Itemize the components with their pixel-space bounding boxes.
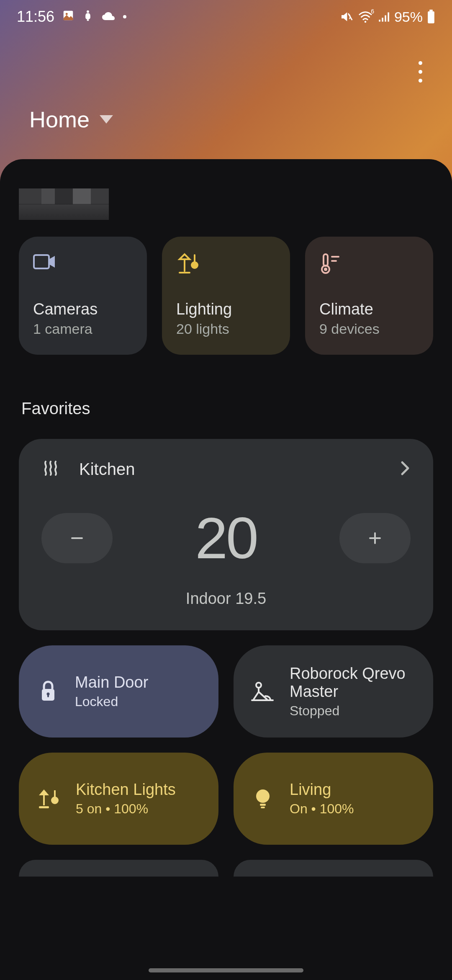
battery-icon <box>427 10 435 24</box>
redacted-label <box>19 188 109 220</box>
app-bar <box>0 34 452 92</box>
svg-rect-36 <box>261 807 265 808</box>
status-right: 6 95% <box>340 9 435 25</box>
camera-icon <box>33 253 133 274</box>
svg-point-32 <box>51 797 59 804</box>
svg-rect-9 <box>388 13 389 22</box>
svg-rect-8 <box>385 15 386 22</box>
more-button[interactable] <box>412 54 429 89</box>
status-time: 11:56 <box>17 8 54 26</box>
peek-row <box>19 860 433 877</box>
nav-indicator[interactable] <box>149 968 303 972</box>
svg-rect-33 <box>54 790 56 797</box>
signal-icon <box>378 11 390 23</box>
category-row: Cameras 1 camera Lighting 20 lights Clim… <box>19 237 433 355</box>
category-title: Climate <box>319 300 419 318</box>
lock-icon <box>36 681 60 702</box>
thermostat-card[interactable]: Kitchen 20 Indoor 19.5 <box>19 439 433 630</box>
svg-rect-27 <box>47 694 49 697</box>
svg-point-1 <box>66 13 68 15</box>
svg-rect-7 <box>382 18 383 21</box>
chevron-down-icon <box>100 115 113 124</box>
thermostat-setpoint: 20 <box>195 504 257 572</box>
lamp-icon <box>36 788 61 810</box>
temp-decrease-button[interactable] <box>41 513 113 563</box>
svg-point-19 <box>324 268 327 271</box>
heat-icon <box>41 459 60 479</box>
device-subtitle: On • 100% <box>290 801 354 817</box>
device-living[interactable]: Living On • 100% <box>234 753 433 845</box>
device-kitchen-lights[interactable]: Kitchen Lights 5 on • 100% <box>19 753 218 845</box>
svg-point-5 <box>365 21 367 23</box>
category-cameras[interactable]: Cameras 1 camera <box>19 237 147 355</box>
device-title: Kitchen Lights <box>76 781 176 799</box>
svg-rect-11 <box>428 11 434 23</box>
main-panel: Cameras 1 camera Lighting 20 lights Clim… <box>0 159 452 980</box>
svg-rect-30 <box>43 795 45 805</box>
category-subtitle: 9 devices <box>319 321 419 337</box>
category-title: Cameras <box>33 300 133 318</box>
temp-increase-button[interactable] <box>339 513 411 563</box>
svg-rect-12 <box>34 255 49 268</box>
thermometer-icon <box>319 253 419 274</box>
svg-rect-31 <box>39 806 49 808</box>
status-left: 11:56 <box>17 8 126 26</box>
mute-icon <box>340 10 353 23</box>
wifi-icon: 6 <box>357 10 373 23</box>
device-peek[interactable] <box>19 860 218 877</box>
device-title: Roborock Qrevo Master <box>290 665 416 701</box>
device-peek[interactable] <box>234 860 433 877</box>
svg-rect-35 <box>260 804 266 806</box>
device-subtitle: Locked <box>75 694 148 709</box>
device-title: Living <box>290 781 354 799</box>
category-lighting[interactable]: Lighting 20 lights <box>162 237 290 355</box>
svg-rect-3 <box>87 19 89 21</box>
svg-point-34 <box>256 789 270 803</box>
home-selector[interactable]: Home <box>0 92 452 147</box>
thermostat-room: Kitchen <box>79 460 135 479</box>
device-main-door[interactable]: Main Door Locked <box>19 645 218 738</box>
gallery-icon <box>62 8 74 26</box>
chevron-right-icon[interactable] <box>400 460 411 478</box>
category-title: Lighting <box>176 300 276 318</box>
activity-icon <box>82 8 94 26</box>
thermostat-indoor: Indoor 19.5 <box>41 590 411 608</box>
category-subtitle: 20 lights <box>176 321 276 337</box>
bulb-icon <box>251 788 275 810</box>
svg-rect-6 <box>379 20 380 22</box>
notification-dot-icon <box>123 15 126 18</box>
device-title: Main Door <box>75 673 148 691</box>
home-title: Home <box>29 106 90 132</box>
device-subtitle: 5 on • 100% <box>76 801 176 817</box>
svg-point-15 <box>191 261 198 269</box>
cloud-icon <box>101 8 116 26</box>
device-roborock[interactable]: Roborock Qrevo Master Stopped <box>234 645 433 738</box>
status-bar: 11:56 6 95% <box>0 0 452 34</box>
svg-rect-10 <box>429 10 433 11</box>
vacuum-icon <box>251 681 275 702</box>
category-climate[interactable]: Climate 9 devices <box>305 237 433 355</box>
svg-rect-17 <box>324 254 328 266</box>
lamp-icon <box>176 253 276 274</box>
category-subtitle: 1 camera <box>33 321 133 337</box>
svg-point-2 <box>87 10 89 13</box>
favorites-heading: Favorites <box>21 399 433 418</box>
device-subtitle: Stopped <box>290 703 416 719</box>
battery-text: 95% <box>394 9 423 25</box>
device-grid: Main Door Locked Roborock Qrevo Master S… <box>19 645 433 845</box>
